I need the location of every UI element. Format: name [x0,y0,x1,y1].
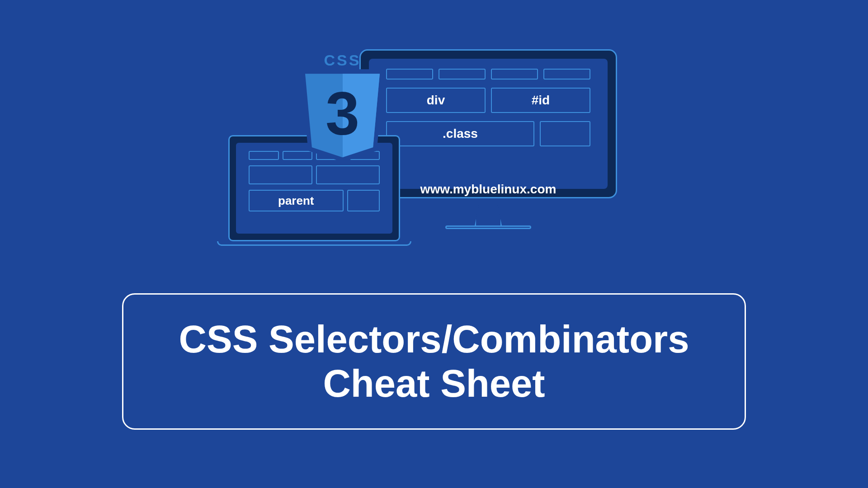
title-container: CSS Selectors/Combinators Cheat Sheet [122,293,746,430]
monitor-base [445,225,531,229]
version-number: 3 [326,83,359,144]
wire-box [347,190,380,211]
parent-box: parent [249,190,344,211]
monitor-stand [475,198,502,225]
shield-icon: 3 [301,69,384,162]
css3-logo: CSS 3 [301,52,384,162]
website-url: www.mybluelinux.com [420,182,557,197]
wire-box [543,69,590,80]
wire-box [249,165,312,184]
wire-box [540,121,590,146]
wire-box [249,151,279,160]
wire-box [491,69,538,80]
wire-box [439,69,486,80]
css-label: CSS [301,52,384,69]
page-title: CSS Selectors/Combinators Cheat Sheet [151,317,717,406]
id-box: #id [491,88,590,113]
div-box: div [386,88,486,113]
laptop-base [217,241,411,246]
wire-box [386,69,433,80]
wire-box [316,165,380,184]
hero-illustration: CSS 3 div #id .class [231,49,637,262]
